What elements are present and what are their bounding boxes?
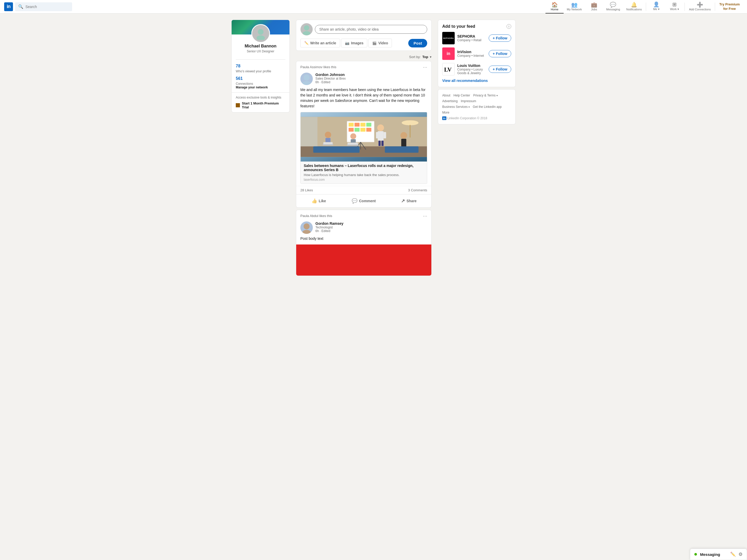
profile-banner <box>232 20 289 34</box>
share-prompt[interactable]: Share an article, photo, video or idea <box>315 25 427 34</box>
try-premium-btn[interactable]: Try Premium for Free <box>716 2 743 11</box>
svg-rect-42 <box>301 117 317 146</box>
svg-point-36 <box>401 132 407 139</box>
manage-network-link[interactable]: Manage your network <box>236 85 285 89</box>
video-btn[interactable]: 🎬 Video <box>368 38 392 48</box>
svg-point-22 <box>377 125 384 131</box>
footer-more[interactable]: More <box>442 111 449 114</box>
svg-rect-26 <box>379 141 381 146</box>
profile-name[interactable]: Michael Bannon <box>236 44 285 49</box>
search-input[interactable] <box>25 5 69 9</box>
share-avatar <box>300 23 313 35</box>
lv-name[interactable]: Louis Vuitton <box>457 63 486 68</box>
connections-count: 561 <box>236 76 243 81</box>
sort-value[interactable]: Top <box>422 55 428 59</box>
post-time-1: 6h · Edited <box>315 80 427 84</box>
nav-add-connections[interactable]: ➕ Add Connections <box>686 0 714 14</box>
nav-me[interactable]: 👤 Me ▾ <box>647 0 665 14</box>
profile-avatar-wrap <box>251 24 270 43</box>
messaging-bar[interactable]: Messaging ✏️ ⚙ <box>690 549 747 560</box>
write-article-btn[interactable]: ✏️ Write an article <box>300 38 340 48</box>
post-btn[interactable]: Post <box>408 39 427 48</box>
footer-get-app[interactable]: Get the LinkedIn app <box>473 105 501 109</box>
nav-jobs[interactable]: 💼 Jobs <box>585 0 603 14</box>
view-all-link[interactable]: View all recommendations <box>442 79 511 83</box>
premium-trial-btn[interactable]: Start 1 Month Premium Trial <box>236 101 285 109</box>
svg-text:LV: LV <box>444 66 452 73</box>
post-notification-text-1: Paula Assimov likes this <box>300 65 336 69</box>
invision-name[interactable]: InVision <box>457 50 486 54</box>
nav-messaging-label: Messaging <box>606 8 620 11</box>
post-author-2[interactable]: Gordon Ramsey <box>315 221 427 225</box>
post-avatar-1[interactable] <box>300 73 313 85</box>
messaging-online-dot <box>694 553 697 556</box>
post-actions-1: 👍 Like 💬 Comment ↗ Share <box>296 194 431 207</box>
share-avatar-svg <box>301 23 313 35</box>
svg-point-2 <box>304 25 309 30</box>
sephora-name[interactable]: SEPHORA <box>457 34 486 38</box>
post-red-image-2 <box>296 244 431 275</box>
nav-messaging[interactable]: 💬 Messaging <box>603 0 623 14</box>
feed-title-text: Add to your feed <box>442 24 475 29</box>
post-meta-2: Gordon Ramsey Technologist 6h · Edited <box>315 221 427 233</box>
right-sidebar: Add to your feed i SEPHORA SEPHORA Compa… <box>438 20 516 125</box>
svg-point-1 <box>257 35 265 40</box>
post-comments-1: 3 Comments <box>408 188 427 192</box>
footer-business[interactable]: Business Services <box>442 105 470 109</box>
post-meta-1: Gordon Johnson Sales Director at Brex 6h… <box>315 73 427 84</box>
nav-divider3 <box>715 3 715 11</box>
post-link-preview-1[interactable]: Sales between humans – Laserfocus rolls … <box>300 112 427 184</box>
nav-my-network[interactable]: 👥 My Network <box>564 0 585 14</box>
comment-label-1: Comment <box>359 199 376 203</box>
svg-point-40 <box>402 120 419 125</box>
footer-about[interactable]: About <box>442 94 450 97</box>
footer-impressum[interactable]: Impressum <box>461 99 476 103</box>
connections-stat[interactable]: 561 <box>236 75 285 82</box>
comment-btn-1[interactable]: 💬 Comment <box>341 195 386 206</box>
nav-work[interactable]: ⊞ Work ▾ <box>665 0 684 14</box>
center-feed: Share an article, photo, video or idea ✏… <box>296 20 432 278</box>
write-article-label: Write an article <box>310 41 336 45</box>
post-avatar-svg-2 <box>300 221 313 234</box>
sephora-follow-btn[interactable]: + Follow <box>489 34 511 42</box>
info-icon[interactable]: i <box>507 24 511 29</box>
post-avatar-2[interactable] <box>300 221 313 234</box>
sephora-info: SEPHORA Company • Retail <box>457 34 486 42</box>
images-btn[interactable]: 📷 Images <box>341 38 367 48</box>
svg-rect-35 <box>347 142 358 145</box>
post-author-1[interactable]: Gordon Johnson <box>315 73 427 77</box>
avatar[interactable] <box>251 24 270 43</box>
post-link-image-1 <box>301 112 427 161</box>
nav-notifications[interactable]: 🔔 Notifications <box>623 0 645 14</box>
post-notification-text-2: Paula Abdul likes this <box>300 214 332 218</box>
footer-help-center[interactable]: Help Center <box>454 94 470 97</box>
nav-add-connections-label: Add Connections <box>689 8 711 11</box>
jobs-icon: 💼 <box>591 2 597 7</box>
post-body-2: Post body text <box>296 236 431 244</box>
invision-follow-label: Follow <box>496 52 507 56</box>
main-layout: Michael Bannon Senior UX Designer 78 Who… <box>227 14 520 284</box>
avatar-svg <box>254 27 267 40</box>
post-more-btn-1[interactable]: ··· <box>423 64 427 70</box>
lv-follow-btn[interactable]: + Follow <box>489 65 511 73</box>
search-box[interactable]: 🔍 <box>15 2 72 11</box>
post-more-btn-2[interactable]: ··· <box>423 213 427 218</box>
views-stat[interactable]: 78 <box>236 63 285 70</box>
lv-follow-label: Follow <box>496 67 507 71</box>
footer-advertising[interactable]: Advertising <box>442 99 458 103</box>
invision-follow-btn[interactable]: + Follow <box>489 50 511 57</box>
post-likes-1: 28 Likes <box>300 188 313 192</box>
footer-privacy[interactable]: Privacy & Terms <box>473 94 497 97</box>
sephora-logo: SEPHORA <box>442 32 455 44</box>
share-btn-1[interactable]: ↗ Share <box>386 195 431 206</box>
nav-home[interactable]: 🏠 Home <box>545 0 564 14</box>
messaging-compose-icon[interactable]: ✏️ <box>730 552 736 557</box>
linkedin-logo[interactable]: in <box>4 2 13 11</box>
footer-copyright: LinkedIn Corporation © 2018 <box>447 116 487 120</box>
follow-plus-icon3: + <box>493 67 495 71</box>
notifications-icon: 🔔 <box>631 2 637 7</box>
post-link-text-1: Sales between humans – Laserfocus rolls … <box>301 161 427 184</box>
messaging-settings-icon[interactable]: ⚙ <box>739 552 743 557</box>
post-link-subtitle-1: How Laserfocus is helping humans take ba… <box>304 173 424 177</box>
like-btn-1[interactable]: 👍 Like <box>296 195 341 206</box>
